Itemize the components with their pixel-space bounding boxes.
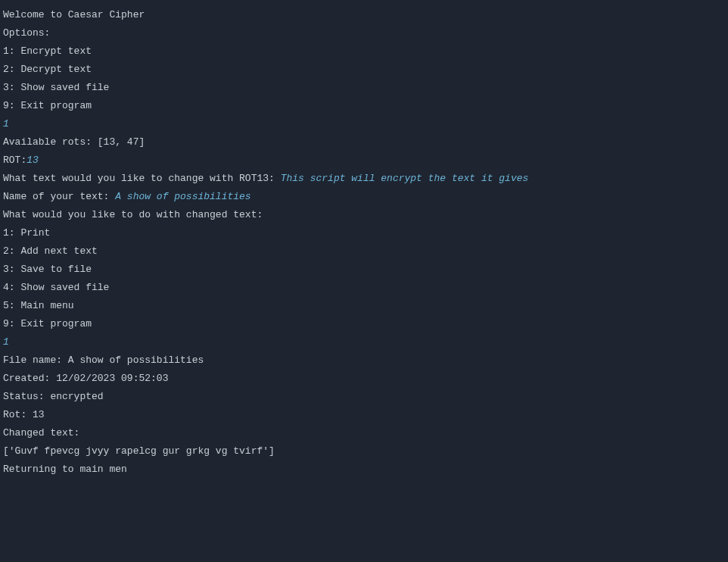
name-input: A show of possibilities (115, 191, 250, 202)
terminal-output: Welcome to Caesar Cipher Options: 1: Enc… (3, 6, 725, 479)
changed-text-label: Changed text: (3, 424, 725, 442)
rot-prompt: ROT: (3, 155, 26, 166)
rot-input: 13 (26, 155, 39, 166)
name-text-line: Name of your text: A show of possibiliti… (3, 188, 725, 206)
change-input: This script will encrypt the text it giv… (281, 173, 529, 184)
do-exit: 9: Exit program (3, 315, 725, 333)
file-name-line: File name: A show of possibilities (3, 351, 725, 370)
option-encrypt: 1: Encrypt text (3, 42, 725, 61)
change-prompt: What text would you like to change with … (3, 173, 281, 184)
name-prompt: Name of your text: (3, 191, 115, 202)
what-do-header: What would you like to do with changed t… (3, 206, 725, 224)
user-input-action-choice: 1 (3, 333, 725, 351)
rot-prompt-line: ROT:13 (3, 151, 725, 170)
options-header: Options: (3, 24, 725, 42)
change-text-line: What text would you like to change with … (3, 170, 725, 188)
available-rots: Available rots: [13, 47] (3, 133, 725, 151)
option-show-saved: 3: Show saved file (3, 79, 725, 97)
do-add-next: 2: Add next text (3, 242, 725, 261)
returning-line: Returning to main men (3, 461, 725, 479)
option-decrypt: 2: Decrypt text (3, 61, 725, 79)
option-exit: 9: Exit program (3, 97, 725, 115)
status-line: Status: encrypted (3, 388, 725, 406)
do-show-saved: 4: Show saved file (3, 279, 725, 297)
rot-value-line: Rot: 13 (3, 406, 725, 424)
created-line: Created: 12/02/2023 09:52:03 (3, 370, 725, 388)
do-main-menu: 5: Main menu (3, 297, 725, 315)
user-input-menu-choice: 1 (3, 115, 725, 133)
welcome-line: Welcome to Caesar Cipher (3, 6, 725, 24)
changed-text-value: ['Guvf fpevcg jvyy rapelcg gur grkg vg t… (3, 442, 725, 461)
do-save-file: 3: Save to file (3, 261, 725, 279)
do-print: 1: Print (3, 224, 725, 242)
